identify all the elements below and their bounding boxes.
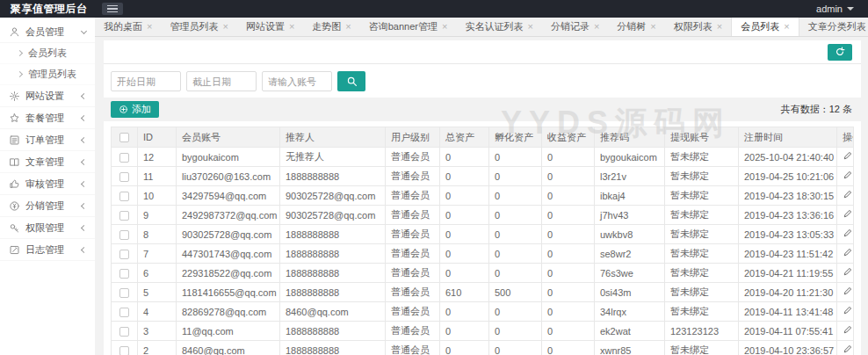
cell-account: 11@qq.com [177,322,280,341]
cell-checkbox [112,322,138,341]
close-icon[interactable]: × [717,22,722,32]
sidebar-item-5[interactable]: 文章管理 [0,151,95,173]
table-row: 482869278@qq.com8460@qq.com普通会员00034lrqx… [112,302,854,322]
tab-8[interactable]: 分销树× [608,18,664,36]
cell-account: 2492987372@qq.com [177,206,280,225]
edit-button[interactable] [843,189,853,202]
row-checkbox[interactable] [119,192,129,201]
close-icon[interactable]: × [442,22,447,32]
cell-referrer: 无推荐人 [280,148,386,167]
tab-3[interactable]: 网站设置× [237,18,303,36]
header-cell: 孵化资产 [489,127,542,148]
row-checkbox[interactable] [119,230,129,240]
cell-reg-time: 2019-04-11 07:55:41 [739,322,837,341]
cell-referrer: 1888888888 [280,167,386,186]
tab-label: 网站设置 [246,20,285,33]
tab-4[interactable]: 走势图× [303,18,359,36]
edit-button[interactable] [843,344,853,355]
sidebar-item-6[interactable]: 审核管理 [0,173,95,195]
pencil-icon [843,286,853,296]
end-date-input[interactable] [186,71,257,91]
sidebar-subitem-1-1[interactable]: 会员列表 [0,43,95,64]
header-cell-checkbox [112,127,138,148]
row-checkbox[interactable] [119,211,129,221]
cell-incubate-assets: 500 [489,283,542,302]
sidebar-item-label: 会员管理 [25,25,82,39]
cell-income-assets: 0 [542,302,595,322]
row-checkbox[interactable] [119,327,129,337]
sidebar-item-8[interactable]: 权限管理 [0,217,95,239]
edit-button[interactable] [843,150,853,163]
edit-button[interactable] [843,208,853,221]
tab-11[interactable]: 文章分类列表× [799,18,868,36]
content-area: 我的桌面×管理员列表×网站设置×走势图×咨询banner管理×实名认证列表×分销… [95,18,868,355]
tab-label: 会员列表 [741,20,779,33]
row-checkbox[interactable] [119,308,129,317]
pencil-icon [843,208,853,219]
header-cell: 会员账号 [177,127,280,148]
close-icon[interactable]: × [222,22,228,32]
close-icon[interactable]: × [289,22,294,32]
edit-button[interactable] [843,286,853,299]
row-checkbox[interactable] [119,172,129,182]
tab-2[interactable]: 管理员列表× [161,18,236,36]
tab-9[interactable]: 权限列表× [665,18,731,36]
cell-ref-code: se8wr2 [595,244,665,264]
tab-5[interactable]: 咨询banner管理× [360,18,457,36]
edit-button[interactable] [843,247,853,260]
select-all-checkbox[interactable] [119,133,129,142]
content-card: 添加 共有数据：12 条 ID会员账号推荐人用户级别总资产孵化 [104,40,861,355]
edit-button[interactable] [843,228,853,241]
cell-income-assets: 0 [542,148,595,167]
user-menu[interactable]: admin [816,4,868,14]
sidebar-item-3[interactable]: 套餐管理 [0,107,95,129]
sidebar-subitem-1-2[interactable]: 管理员列表 [0,64,95,85]
edit-button[interactable] [843,305,853,318]
close-icon[interactable]: × [527,22,532,32]
table-row: 8903025728@qq.com1888888888普通会员000uwkbv8… [112,225,854,244]
cell-reg-time: 2019-04-23 13:36:16 [739,206,837,225]
tab-1[interactable]: 我的桌面× [95,18,161,36]
row-checkbox[interactable] [119,153,129,163]
cell-incubate-assets: 0 [489,186,542,206]
tab-7[interactable]: 分销记录× [542,18,608,36]
refresh-button[interactable] [828,44,852,61]
close-icon[interactable]: × [650,22,655,32]
edit-button[interactable] [843,324,853,337]
close-icon[interactable]: × [147,22,152,32]
star-icon [9,112,20,124]
close-icon[interactable]: × [784,22,789,32]
close-icon[interactable]: × [594,22,599,32]
add-button[interactable]: 添加 [111,101,159,118]
row-checkbox[interactable] [119,288,129,298]
sidebar-item-9[interactable]: 日志管理 [0,239,95,261]
edit-button[interactable] [843,170,853,183]
search-button[interactable] [337,71,365,91]
row-checkbox[interactable] [119,250,129,259]
row-checkbox[interactable] [119,346,129,355]
tab-10[interactable]: 会员列表× [731,18,799,36]
cell-withdraw-account: 暂未绑定 [665,244,739,264]
header-cell: ID [138,127,177,148]
table-row: 6229318522@qq.com1888888888普通会员00076s3we… [112,264,854,283]
start-date-input[interactable] [111,71,181,91]
table-wrap: ID会员账号推荐人用户级别总资产孵化资产收益资产推荐码提现账号注册时间操作 12… [111,127,854,355]
cell-total-assets: 0 [440,186,489,206]
row-checkbox[interactable] [119,269,129,279]
edit-button[interactable] [843,266,853,279]
sidebar-item-4[interactable]: 订单管理 [0,129,95,151]
hamburger-menu-icon[interactable] [102,3,123,15]
cell-account: liu370260@163.com [177,167,280,186]
tab-6[interactable]: 实名认证列表× [456,18,541,36]
cell-reg-time: 2019-04-23 11:51:42 [739,244,837,264]
sidebar-item-1[interactable]: 会员管理 [0,21,95,43]
sidebar-item-7[interactable]: 分销管理 [0,195,95,217]
chevron-down-icon [847,7,854,11]
cell-total-assets: 0 [440,244,489,264]
sidebar-item-2[interactable]: 网站设置 [0,85,95,107]
chevron-left-icon [81,180,87,186]
cell-actions [837,186,854,206]
account-input[interactable] [262,71,332,91]
close-icon[interactable]: × [345,22,351,32]
cell-level: 普通会员 [386,167,440,186]
